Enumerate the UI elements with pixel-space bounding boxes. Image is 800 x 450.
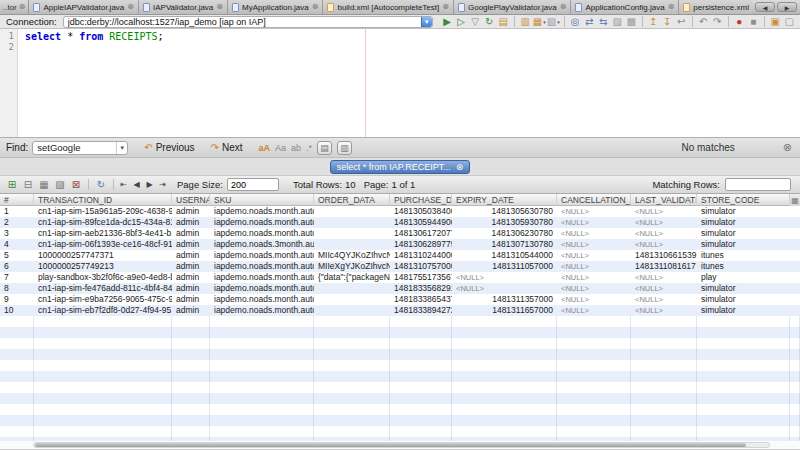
table-cell[interactable]: <NULL> bbox=[452, 283, 557, 294]
refresh-icon[interactable]: ↻ bbox=[483, 16, 496, 28]
table-cell[interactable]: 9 bbox=[0, 294, 34, 305]
refresh-records-icon[interactable]: ↻ bbox=[94, 178, 108, 191]
table-cell[interactable]: cn1-iap-sim-fe476add-811c-4bf4-84... bbox=[34, 283, 172, 294]
table-row[interactable]: 2cn1-iap-sim-89fce1da-dc15-434a-81...adm… bbox=[0, 217, 800, 228]
tab-scroll-right-button[interactable]: ▶ bbox=[777, 2, 797, 12]
close-find-bar-icon[interactable]: ⊗ bbox=[783, 141, 792, 154]
table-cell[interactable]: iapdemo.noads.month.auto bbox=[210, 228, 314, 239]
new-file-icon[interactable]: ▤ bbox=[497, 16, 510, 28]
table-row[interactable]: 9cn1-iap-sim-e9ba7256-9065-475c-9...admi… bbox=[0, 294, 800, 305]
horizontal-scrollbar[interactable] bbox=[0, 441, 800, 449]
first-page-icon[interactable]: ⇤ bbox=[117, 180, 130, 189]
table-cell[interactable]: 1481311357000 bbox=[452, 294, 557, 305]
table-row[interactable]: 7play-sandbox-3b2f0f6c-a9e0-4ed8-b...adm… bbox=[0, 272, 800, 283]
close-tab-icon[interactable]: ⊗ bbox=[216, 3, 223, 11]
editor-tab[interactable]: IAPValidator.java⊗ bbox=[139, 0, 228, 14]
table-cell[interactable]: simulator bbox=[697, 305, 790, 316]
table-cell[interactable]: cn1-iap-sim-89fce1da-dc15-434a-81... bbox=[34, 217, 172, 228]
table-cell[interactable]: 1481306230780 bbox=[452, 228, 557, 239]
sql-editor[interactable]: 12 select * from RECEIPTS; bbox=[0, 29, 800, 137]
table-cell[interactable]: 1481305038406 bbox=[390, 206, 452, 217]
match-case-icon[interactable]: Aa bbox=[275, 143, 286, 153]
column-header-cancellation-date[interactable]: CANCELLATION_DATE bbox=[557, 194, 631, 206]
close-tab-icon[interactable]: ⊗ bbox=[312, 3, 319, 11]
table-cell[interactable]: admin bbox=[172, 217, 210, 228]
close-tab-icon[interactable]: ⊗ bbox=[19, 3, 26, 11]
table-cell[interactable]: simulator bbox=[697, 217, 790, 228]
table-cell[interactable]: 7 bbox=[0, 272, 34, 283]
sql-filter-icon[interactable]: ▽ bbox=[469, 16, 482, 28]
search-history-button[interactable]: ▥ bbox=[337, 141, 352, 155]
table-cell[interactable]: admin bbox=[172, 239, 210, 250]
table-cell[interactable]: <NULL> bbox=[631, 206, 697, 217]
table-cell[interactable]: <NULL> bbox=[557, 217, 631, 228]
table-cell[interactable]: <NULL> bbox=[631, 228, 697, 239]
close-tab-icon[interactable]: ⊗ bbox=[442, 3, 449, 11]
find-previous-button[interactable]: ↶ Previous bbox=[144, 142, 194, 153]
redo-icon[interactable]: ↷ bbox=[711, 16, 724, 28]
table-cell[interactable]: 8 bbox=[0, 283, 34, 294]
table-cell[interactable]: 1481755173567 bbox=[390, 272, 452, 283]
table-cell[interactable]: <NULL> bbox=[557, 272, 631, 283]
chevron-down-icon[interactable]: ▼ bbox=[116, 142, 127, 154]
table-cell[interactable]: itunes bbox=[697, 250, 790, 261]
table-cell[interactable]: <NULL> bbox=[557, 239, 631, 250]
table-cell[interactable]: <NULL> bbox=[557, 261, 631, 272]
table-cell[interactable]: <NULL> bbox=[452, 272, 557, 283]
table-cell[interactable]: iapdemo.noads.month.auto bbox=[210, 283, 314, 294]
whole-words-icon[interactable]: ab bbox=[291, 143, 301, 153]
search-options-button[interactable]: ▤ bbox=[317, 141, 332, 155]
column-header-expiry-date[interactable]: EXPIRY_DATE bbox=[452, 194, 557, 206]
table-cell[interactable]: <NULL> bbox=[631, 217, 697, 228]
tab-overflow[interactable]: ..tor ⊗ bbox=[0, 0, 29, 14]
cancel-edits-icon[interactable]: ▨ bbox=[53, 178, 67, 191]
table-cell[interactable]: <NULL> bbox=[557, 250, 631, 261]
undo-icon[interactable]: ↶ bbox=[697, 16, 710, 28]
table-cell[interactable]: 6 bbox=[0, 261, 34, 272]
save-icon[interactable]: ▦ bbox=[533, 16, 546, 28]
table-cell[interactable] bbox=[314, 206, 390, 217]
table-cell[interactable]: 1481306172077 bbox=[390, 228, 452, 239]
table-cell[interactable]: 1481310757000 bbox=[390, 261, 452, 272]
table-cell[interactable]: <NULL> bbox=[557, 283, 631, 294]
table-cell[interactable]: iapdemo.noads.month.auto bbox=[210, 261, 314, 272]
column-header-purchase-date[interactable]: PURCHASE_DATE bbox=[390, 194, 452, 206]
table-cell[interactable]: 1481310244000 bbox=[390, 250, 452, 261]
table-cell[interactable]: <NULL> bbox=[557, 228, 631, 239]
table-cell[interactable]: cn1-iap-sim-eb7f2df8-0d27-4f94-95... bbox=[34, 305, 172, 316]
tab-scroll-left-button[interactable]: ◀ bbox=[755, 2, 775, 12]
sync-icon[interactable]: ⇆ bbox=[597, 16, 610, 28]
table-cell[interactable]: admin bbox=[172, 272, 210, 283]
close-tab-icon[interactable]: ⊗ bbox=[560, 3, 567, 11]
table-cell[interactable]: admin bbox=[172, 261, 210, 272]
table-cell[interactable] bbox=[314, 294, 390, 305]
sql-statement[interactable]: select * from RECEIPTS; bbox=[25, 31, 164, 42]
table-cell[interactable] bbox=[314, 217, 390, 228]
table-cell[interactable] bbox=[314, 228, 390, 239]
insert-record-icon[interactable]: ⊞ bbox=[5, 178, 19, 191]
open-file-icon[interactable]: ▥ bbox=[519, 16, 532, 28]
column-header-transaction-id[interactable]: TRANSACTION_ID bbox=[34, 194, 172, 206]
result-window-tab[interactable]: select * from IAP.RECEIPT... ⊗ bbox=[330, 160, 470, 174]
table-cell[interactable]: 1481310661539 bbox=[631, 250, 697, 261]
column-header-order-data[interactable]: ORDER_DATA bbox=[314, 194, 390, 206]
table-cell[interactable]: simulator bbox=[697, 239, 790, 250]
table-cell[interactable]: <NULL> bbox=[631, 305, 697, 316]
commit-icon[interactable]: ▦ bbox=[37, 178, 51, 191]
table-cell[interactable]: iapdemo.noads.month.auto bbox=[210, 217, 314, 228]
table-cell[interactable]: <NULL> bbox=[557, 305, 631, 316]
table-row[interactable]: 1cn1-iap-sim-15a961a5-209c-4638-9...admi… bbox=[0, 206, 800, 217]
table-cell[interactable]: admin bbox=[172, 283, 210, 294]
table-cell[interactable]: cn1-iap-sim-aeb21336-8bf3-4e41-b... bbox=[34, 228, 172, 239]
table-cell[interactable]: simulator bbox=[697, 206, 790, 217]
table-cell[interactable]: iapdemo.noads.month.auto bbox=[210, 206, 314, 217]
column-header-username[interactable]: USERNAME bbox=[172, 194, 210, 206]
delete-record-icon[interactable]: ⊟ bbox=[21, 178, 35, 191]
editor-tab[interactable]: MyApplication.java⊗ bbox=[228, 0, 323, 14]
table-cell[interactable]: admin bbox=[172, 294, 210, 305]
table-row[interactable]: 51000000257747371adminiapdemo.noads.mont… bbox=[0, 250, 800, 261]
export-icon[interactable]: ▧ bbox=[547, 16, 560, 28]
editor-tab[interactable]: build.xml [AutocompleteTest]⊗ bbox=[323, 0, 454, 14]
find-next-button[interactable]: ↷ Next bbox=[211, 142, 243, 153]
table-cell[interactable]: 1481833894272 bbox=[390, 305, 452, 316]
